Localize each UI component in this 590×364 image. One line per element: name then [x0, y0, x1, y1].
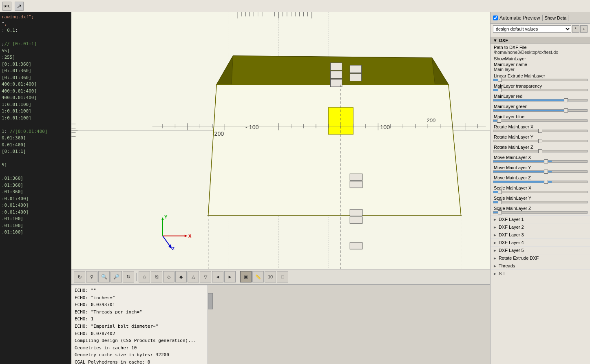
rotate-view-button[interactable]: ↻: [123, 271, 134, 282]
main-layer-name-value: Main layer: [491, 67, 590, 73]
svg-text:Z: Z: [172, 246, 175, 251]
right-scroll-area: ▼DXF Path to DXF File /home/none3/Deskto…: [491, 34, 590, 364]
view-perspective-button[interactable]: ⎘: [151, 271, 162, 282]
view-reset-button[interactable]: ↻: [74, 271, 85, 282]
green-slider[interactable]: [493, 109, 588, 112]
layer-item-dxf5[interactable]: ► DXF Layer 5: [491, 246, 590, 254]
transparency-slider[interactable]: [493, 89, 588, 91]
svg-marker-32: [208, 85, 461, 215]
move-x-slider[interactable]: [493, 160, 588, 163]
code-line: [0:.01:360]: [2, 61, 70, 68]
view-back-button[interactable]: ◆: [175, 271, 187, 282]
layer-item-dxf4[interactable]: ► DXF Layer 4: [491, 238, 590, 246]
layer-item-rotate-extrude[interactable]: ► Rotate Extrude DXF: [491, 254, 590, 262]
rotate-z-slider[interactable]: [493, 150, 588, 152]
layer-item-dxf1[interactable]: ► DXF Layer 1: [491, 215, 590, 223]
toolbar-separator: [136, 273, 137, 281]
code-line: 400:0.01:400]: [2, 81, 70, 88]
view-top-button[interactable]: △: [188, 271, 199, 282]
svg-rect-78: [350, 181, 362, 188]
scale-x-slider[interactable]: [493, 191, 588, 193]
view-front-button[interactable]: ◇: [163, 271, 175, 282]
console-scrollbar[interactable]: [208, 285, 213, 364]
show-details-button[interactable]: Show Deta: [542, 15, 568, 21]
main-layer-name-label: MainLayer name: [491, 61, 590, 67]
view-home-button[interactable]: ⌂: [139, 271, 150, 282]
scale-z-slider[interactable]: [493, 211, 588, 214]
design-dropdown[interactable]: design default values: [493, 25, 571, 33]
scale-x-slider-row: [491, 190, 590, 195]
move-y-slider-row: [491, 170, 590, 174]
render-button[interactable]: ▣: [240, 271, 252, 282]
layer-label-dxf1: DXF Layer 1: [499, 217, 588, 222]
blue-slider[interactable]: [493, 119, 588, 122]
code-line: [2, 34, 70, 41]
automatic-preview-label[interactable]: Automatic Preview: [493, 15, 540, 21]
automatic-preview-checkbox[interactable]: [493, 15, 498, 20]
code-line: [2, 155, 70, 162]
console-line: CGAL Polyhedrons in cache: 0: [75, 359, 204, 364]
ruler-button[interactable]: 📏: [252, 271, 264, 282]
zoom-selection-button[interactable]: ⚲: [86, 271, 97, 282]
code-line: 0.01:360]: [2, 135, 70, 142]
layer-label-dxf3: DXF Layer 3: [499, 232, 588, 237]
code-line: 5]: [2, 162, 70, 169]
rotate-y-slider[interactable]: [493, 140, 588, 142]
code-line: 400:0.01:400]: [2, 88, 70, 95]
console-line: ECHO: "Imperial bolt diameter=": [75, 323, 204, 330]
svg-text:200: 200: [426, 117, 436, 124]
dropdown-plus-button[interactable]: +: [580, 25, 588, 33]
red-slider-row: [491, 99, 590, 103]
layer-item-dxf3[interactable]: ► DXF Layer 3: [491, 231, 590, 238]
code-line: .01:360]: [2, 189, 70, 196]
stl-icon[interactable]: STL: [2, 2, 11, 11]
dropdown-star-button[interactable]: *: [572, 25, 579, 33]
console-line: ECHO: 0.0393701: [75, 301, 204, 309]
layer-item-dxf2[interactable]: ► DXF Layer 2: [491, 223, 590, 231]
code-line: .01:100]: [2, 229, 70, 236]
view-right-button[interactable]: ►: [224, 271, 236, 282]
rotate-z-label: Rotate MainLayer Z: [491, 144, 590, 150]
svg-rect-81: [350, 243, 362, 249]
measure-button[interactable]: 10: [265, 271, 276, 282]
toolbar-separator-2: [238, 273, 238, 281]
console-container: ECHO: "" ECHO: "inches=" ECHO: 0.0393701…: [71, 285, 490, 364]
zoom-in-button[interactable]: 🔎: [110, 271, 122, 282]
code-line: 1; //[0:0.01:400]: [2, 128, 70, 135]
svg-rect-74: [330, 79, 342, 87]
svg-rect-80: [350, 217, 362, 223]
scale-x-label: Scale MainLayer X: [491, 185, 590, 190]
view-bottom-button[interactable]: ▽: [200, 271, 211, 282]
red-slider[interactable]: [493, 99, 588, 101]
export-icon[interactable]: ↗: [15, 2, 24, 11]
layer-item-stl[interactable]: ► STL: [491, 269, 590, 277]
console-line: Compiling design (CSG Products generatio…: [75, 337, 204, 344]
svg-text:Y: Y: [164, 214, 168, 219]
move-z-slider[interactable]: [493, 181, 588, 183]
transparency-label: MainLayer transparency: [491, 83, 590, 88]
layer-item-threads[interactable]: ► Threads: [491, 262, 590, 269]
layer-arrow-icon: ►: [493, 233, 497, 237]
code-line: .01:100]: [2, 223, 70, 229]
rotate-x-slider[interactable]: [493, 130, 588, 132]
linear-extrude-slider[interactable]: [493, 79, 588, 81]
zoom-out-button[interactable]: 🔍: [98, 271, 110, 282]
layer-label-rotate-extrude: Rotate Extrude DXF: [499, 256, 588, 260]
scale-y-slider[interactable]: [493, 201, 588, 203]
view-left-button[interactable]: ◄: [212, 271, 223, 282]
code-line: .01:100]: [2, 216, 70, 223]
code-line: :0.01:400]: [2, 196, 70, 203]
grid-button[interactable]: □: [277, 271, 288, 282]
layer-arrow-icon: ►: [493, 264, 497, 268]
code-line: [2, 121, 70, 128]
layer-arrow-icon: ►: [493, 256, 497, 260]
linear-extrude-slider-row: [491, 78, 590, 83]
move-y-slider[interactable]: [493, 170, 588, 173]
rotate-z-slider-row: [491, 150, 590, 154]
viewport[interactable]: Y Z X -200 - 100 100 200: [71, 12, 490, 269]
console-line: Geometries in cache: 10: [75, 344, 204, 352]
dropdown-row: design default values * +: [493, 25, 588, 33]
console-panel: ECHO: "" ECHO: "inches=" ECHO: 0.0393701…: [71, 285, 208, 364]
console-line: Geometry cache size in bytes: 32200: [75, 351, 204, 359]
code-line: 55]: [2, 48, 70, 55]
